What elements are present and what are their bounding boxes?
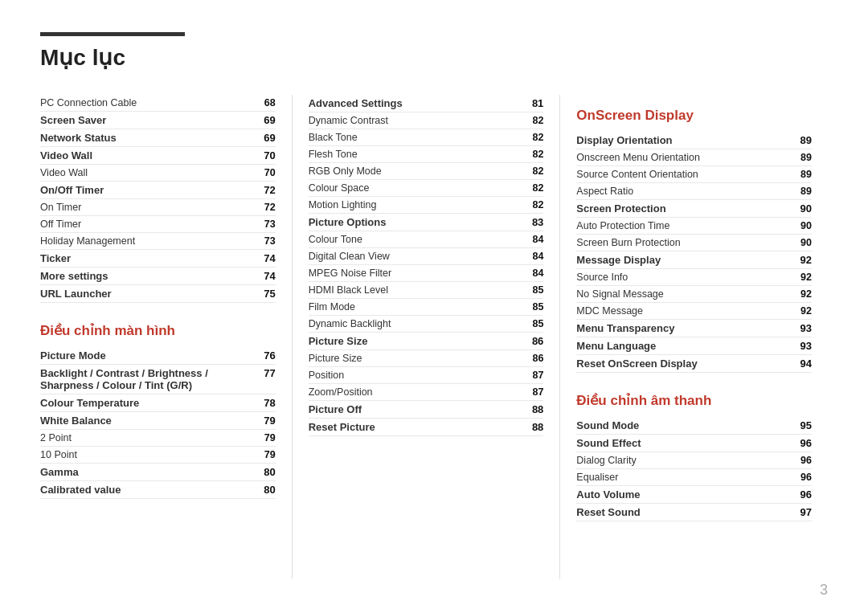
toc-row: Advanced Settings 81 bbox=[309, 95, 544, 112]
toc-page: 69 bbox=[256, 114, 276, 126]
toc-row: Calibrated value 80 bbox=[40, 481, 276, 499]
toc-row: Video Wall 70 bbox=[40, 165, 276, 182]
toc-page: 96 bbox=[792, 455, 812, 466]
toc-label: Picture Off bbox=[309, 403, 525, 415]
toc-row: Off Timer 73 bbox=[40, 216, 276, 233]
toc-page: 72 bbox=[256, 184, 276, 196]
toc-label: Colour Tone bbox=[309, 234, 525, 245]
toc-row: Source Info 92 bbox=[576, 269, 812, 286]
toc-row: MDC Message 92 bbox=[576, 303, 812, 320]
toc-label: Holiday Management bbox=[40, 235, 256, 247]
toc-page: 96 bbox=[792, 437, 812, 449]
page-number: 3 bbox=[820, 582, 828, 599]
toc-row: 10 Point 79 bbox=[40, 447, 276, 464]
toc-row: Sound Effect 96 bbox=[576, 435, 812, 452]
toc-row: Screen Protection 90 bbox=[576, 200, 812, 218]
toc-page: 73 bbox=[256, 235, 276, 247]
toc-page: 84 bbox=[524, 234, 543, 245]
toc-page: 77 bbox=[256, 367, 276, 379]
toc-row: Picture Size 86 bbox=[309, 333, 544, 350]
column-2: Advanced Settings 81 Dynamic Contrast 82… bbox=[292, 95, 560, 579]
toc-label: Picture Options bbox=[309, 216, 525, 228]
toc-label: Source Info bbox=[576, 272, 792, 283]
toc-row: Screen Burn Protection 90 bbox=[576, 235, 812, 251]
toc-label: No Signal Message bbox=[576, 288, 792, 300]
toc-label: Aspect Ratio bbox=[576, 186, 792, 197]
toc-label: Advanced Settings bbox=[309, 97, 525, 109]
toc-label: Screen Saver bbox=[40, 114, 256, 126]
column-3: OnScreen Display Display Orientation 89 … bbox=[559, 95, 828, 579]
toc-label: Backlight / Contrast / Brightness / Shar… bbox=[40, 367, 256, 391]
toc-page: 73 bbox=[256, 219, 276, 230]
toc-row: On Timer 72 bbox=[40, 199, 276, 216]
toc-row: Ticker 74 bbox=[40, 250, 276, 268]
toc-page: 87 bbox=[524, 370, 543, 381]
toc-row: Onscreen Menu Orientation 89 bbox=[576, 149, 812, 166]
toc-label: Picture Size bbox=[309, 335, 525, 347]
toc-label: On Timer bbox=[40, 202, 256, 213]
toc-page: 88 bbox=[524, 421, 543, 433]
toc-page: 92 bbox=[792, 305, 812, 317]
toc-row: Film Mode 85 bbox=[309, 299, 544, 316]
toc-label: Source Content Orientation bbox=[576, 169, 792, 180]
toc-label: 10 Point bbox=[40, 449, 256, 460]
toc-row: Dynamic Contrast 82 bbox=[309, 112, 544, 129]
title-bar bbox=[40, 32, 185, 36]
toc-row: Screen Saver 69 bbox=[40, 112, 276, 129]
toc-label: Digital Clean View bbox=[309, 251, 525, 262]
toc-row: Backlight / Contrast / Brightness / Shar… bbox=[40, 365, 276, 394]
toc-label: Dynamic Contrast bbox=[309, 115, 525, 126]
toc-page: 85 bbox=[524, 318, 543, 329]
toc-page: 85 bbox=[524, 284, 543, 296]
toc-page: 85 bbox=[524, 301, 543, 313]
toc-label: Off Timer bbox=[40, 219, 256, 230]
page-title: Mục lục bbox=[40, 44, 828, 71]
toc-label: Calibrated value bbox=[40, 484, 256, 496]
toc-label: HDMI Black Level bbox=[309, 284, 525, 296]
toc-label: Menu Language bbox=[576, 340, 792, 352]
toc-page: 70 bbox=[256, 167, 276, 178]
toc-row: Dynamic Backlight 85 bbox=[309, 316, 544, 333]
toc-row: On/Off Timer 72 bbox=[40, 182, 276, 199]
toc-label: PC Connection Cable bbox=[40, 97, 256, 108]
toc-label: RGB Only Mode bbox=[309, 166, 525, 177]
section-title-display: Điều chỉnh màn hình bbox=[40, 322, 276, 339]
toc-page: 70 bbox=[256, 149, 276, 161]
toc-page: 86 bbox=[524, 335, 543, 347]
toc-page: 96 bbox=[792, 488, 812, 501]
toc-label: Position bbox=[309, 370, 525, 381]
toc-label: More settings bbox=[40, 270, 256, 282]
toc-page: 82 bbox=[524, 182, 543, 194]
toc-label: Video Wall bbox=[40, 167, 256, 178]
toc-row: Reset OnScreen Display 94 bbox=[576, 355, 812, 373]
toc-page: 80 bbox=[256, 484, 276, 496]
toc-row: Colour Temperature 78 bbox=[40, 394, 276, 412]
toc-page: 89 bbox=[792, 186, 812, 197]
toc-page: 76 bbox=[256, 349, 276, 362]
toc-label: Onscreen Menu Orientation bbox=[576, 152, 792, 163]
toc-label: Picture Mode bbox=[40, 349, 256, 362]
toc-row: Equaliser 96 bbox=[576, 469, 812, 486]
toc-page: 93 bbox=[792, 340, 812, 352]
column-1: PC Connection Cable 68 Screen Saver 69 N… bbox=[40, 95, 292, 579]
toc-row: RGB Only Mode 82 bbox=[309, 163, 544, 180]
toc-row: White Balance 79 bbox=[40, 412, 276, 430]
toc-row: Position 87 bbox=[309, 367, 544, 384]
toc-row: No Signal Message 92 bbox=[576, 286, 812, 303]
toc-row: Colour Space 82 bbox=[309, 180, 544, 197]
toc-label: Screen Protection bbox=[576, 202, 792, 215]
toc-page: 69 bbox=[256, 132, 276, 144]
toc-page: 82 bbox=[524, 132, 543, 143]
toc-row: Network Status 69 bbox=[40, 129, 276, 147]
toc-label: Equaliser bbox=[576, 472, 792, 483]
toc-row: Motion Lighting 82 bbox=[309, 197, 544, 214]
toc-label: Menu Transparency bbox=[576, 322, 792, 334]
toc-page: 90 bbox=[792, 202, 812, 215]
toc-page: 82 bbox=[524, 115, 543, 126]
toc-page: 88 bbox=[524, 403, 543, 415]
toc-page: 82 bbox=[524, 166, 543, 177]
toc-row: 2 Point 79 bbox=[40, 430, 276, 447]
toc-row: Display Orientation 89 bbox=[576, 132, 812, 149]
toc-page: 94 bbox=[792, 358, 812, 370]
toc-page: 95 bbox=[792, 419, 812, 431]
